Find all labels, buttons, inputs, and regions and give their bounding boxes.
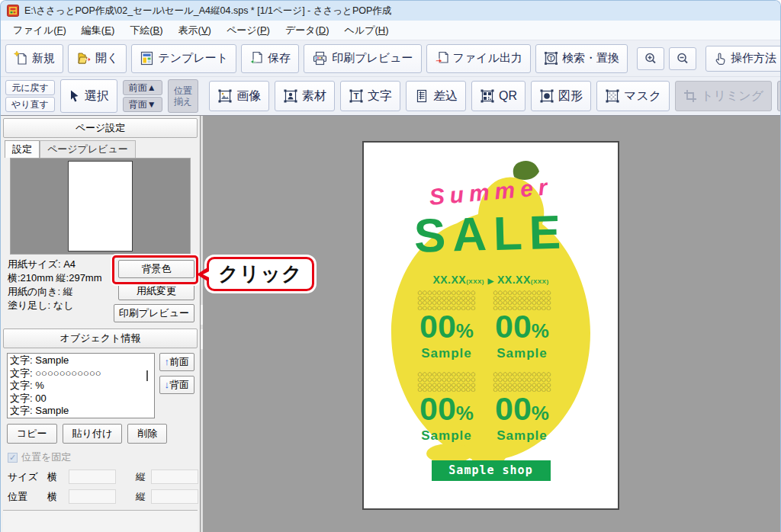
file-output-button[interactable]: ファイル出力 <box>426 44 531 73</box>
help-button[interactable]: 操作方法 <box>705 46 781 72</box>
titlebar: E:\ささっとPOP作成\02_セール\セール_A4縦04.sps * [1/1… <box>1 1 780 21</box>
merge-icon <box>414 88 429 104</box>
offer-block[interactable]: ○○○○○○○○○○○○ ○○○○○○○○○○○○ ○○○○○○○○○○○○ ○… <box>410 372 484 443</box>
cursor-icon <box>69 89 81 103</box>
new-document-icon <box>14 51 28 66</box>
object-back-label: 背面 <box>169 379 189 390</box>
text-tool-button[interactable]: T 文字 <box>340 81 400 111</box>
panel-splitter[interactable] <box>201 116 203 532</box>
object-list-item[interactable]: 文字: ○○○○○○○○○○○ <box>10 367 153 380</box>
object-list-item[interactable]: 文字: Sample <box>10 405 153 418</box>
menu-help[interactable]: ヘルプ(H) <box>337 21 397 40</box>
object-list-item[interactable]: 文字: Sample <box>10 354 153 367</box>
menu-data[interactable]: データ(D) <box>278 21 337 40</box>
new-button[interactable]: 新規 <box>5 44 63 73</box>
object-info-header: オブジェクト情報 <box>3 328 198 348</box>
position-x-label: 横 <box>47 490 69 504</box>
object-list[interactable]: 文字: Sample 文字: ○○○○○○○○○○○ 文字: % 文字: 00 … <box>7 353 155 418</box>
offer-block[interactable]: ○○○○○○○○○○○○ ○○○○○○○○○○○○ ○○○○○○○○○○○○ ○… <box>485 372 559 443</box>
poster-date-text[interactable]: XX.XX(XXX) ▶ XX.XX(XXX) <box>364 274 618 286</box>
fix-position-checkbox[interactable]: ✓ <box>8 453 18 463</box>
panel-spacer <box>3 510 198 532</box>
help-label: 操作方法 <box>731 51 776 66</box>
size-label: サイズ <box>8 470 47 484</box>
pointing-hand-icon <box>714 52 727 66</box>
menu-draft[interactable]: 下絵(B) <box>122 21 170 40</box>
position-label: 位置 <box>8 490 47 504</box>
align-button[interactable]: 位置揃え <box>168 79 198 113</box>
material-label: 素材 <box>302 88 326 104</box>
open-button[interactable]: 開く <box>68 44 127 73</box>
paper-bleed: 塗り足し: なし <box>8 299 114 312</box>
redo-button[interactable]: やり直す <box>5 97 55 112</box>
trimming-label: トリミング <box>701 88 763 104</box>
align-label: 位置揃え <box>174 85 192 107</box>
zoom-out-button[interactable] <box>669 47 696 70</box>
background-color-button[interactable]: 背景色 <box>118 260 194 278</box>
rotate-tool-button[interactable]: 回転 <box>777 81 781 111</box>
shop-banner[interactable]: Sample shop <box>432 460 551 481</box>
position-y-label: 縦 <box>136 490 151 504</box>
menu-view[interactable]: 表示(V) <box>171 21 219 40</box>
list-scrollbar[interactable] <box>146 370 148 381</box>
bring-front-button[interactable]: 前面▲ <box>123 80 162 95</box>
poster-sale-text[interactable]: SALE <box>363 204 619 264</box>
undo-button[interactable]: 元に戻す <box>5 80 55 95</box>
main-toolbar: 新規 開く テンプレート <box>1 40 780 77</box>
template-button[interactable]: テンプレート <box>131 44 236 73</box>
qr-label: QR <box>499 89 517 103</box>
menu-file[interactable]: ファイル(F) <box>5 21 74 40</box>
object-back-button[interactable]: ↓背面 <box>159 376 195 394</box>
object-front-label: 前面 <box>169 356 189 367</box>
position-y-input[interactable] <box>151 489 198 504</box>
object-front-button[interactable]: ↑前面 <box>159 353 195 371</box>
qr-tool-button[interactable]: QR <box>471 81 525 111</box>
zoom-in-button[interactable] <box>637 47 664 70</box>
image-tool-button[interactable]: 画像 <box>209 81 269 111</box>
undo-label: 元に戻す <box>11 82 49 95</box>
position-row: 位置 横 縦 <box>3 484 198 504</box>
save-button[interactable]: 保存 <box>241 44 299 73</box>
size-width-input[interactable] <box>69 470 116 484</box>
tab-settings[interactable]: 設定 <box>5 140 40 158</box>
document-canvas[interactable]: Summer SALE XX.XX(XXX) ▶ XX.XX(XXX) ○○○○… <box>201 116 780 532</box>
poster-page[interactable]: Summer SALE XX.XX(XXX) ▶ XX.XX(XXX) ○○○○… <box>362 141 619 510</box>
merge-tool-button[interactable]: 差込 <box>406 81 466 111</box>
send-back-button[interactable]: 背面▼ <box>123 97 162 112</box>
tab-page-preview[interactable]: ページプレビュー <box>40 140 136 158</box>
panel-tabs: 設定 ページプレビュー <box>5 142 198 158</box>
offer-block[interactable]: ○○○○○○○○○○○○ ○○○○○○○○○○○○ ○○○○○○○○○○○○ ○… <box>410 290 484 361</box>
print-preview-panel-button[interactable]: 印刷プレビュー <box>114 304 194 322</box>
paste-button[interactable]: 貼り付け <box>63 424 123 444</box>
menu-edit[interactable]: 編集(E) <box>74 21 122 40</box>
text-label: 文字 <box>368 88 392 104</box>
print-preview-label: 印刷プレビュー <box>332 51 413 66</box>
trimming-tool-button: トリミング <box>675 81 772 111</box>
object-list-item[interactable]: 文字: % <box>10 380 153 393</box>
delete-button[interactable]: 削除 <box>127 424 167 444</box>
select-tool-button[interactable]: 選択 <box>60 79 117 113</box>
position-x-input[interactable] <box>69 489 116 504</box>
shape-tool-button[interactable]: 図形 <box>531 81 591 111</box>
file-output-icon <box>435 51 449 66</box>
paper-dimensions: 横:210mm 縦:297mm <box>8 271 114 285</box>
size-row: サイズ 横 縦 <box>3 464 198 484</box>
size-height-label: 縦 <box>136 470 151 484</box>
offer-block[interactable]: ○○○○○○○○○○○○ ○○○○○○○○○○○○ ○○○○○○○○○○○○ ○… <box>485 290 559 361</box>
material-tool-button[interactable]: 素材 <box>275 81 335 111</box>
copy-button[interactable]: コピー <box>7 424 57 444</box>
page-settings-panel: ページ設定 設定 ページプレビュー 用紙サイズ: A4 横:210mm 縦:29… <box>1 116 201 532</box>
change-paper-button[interactable]: 用紙変更 <box>118 282 194 300</box>
size-height-input[interactable] <box>151 470 198 484</box>
print-preview-button[interactable]: 印刷プレビュー <box>304 44 421 73</box>
fix-position-label: 位置を固定 <box>21 450 71 464</box>
redo-label: やり直す <box>11 98 49 111</box>
template-label: テンプレート <box>158 51 228 66</box>
object-list-item[interactable]: 文字: 00 <box>10 393 153 405</box>
search-replace-button[interactable]: T 検索・置換 <box>535 44 628 73</box>
mask-tool-button[interactable]: マスク <box>596 81 670 111</box>
merge-label: 差込 <box>433 88 458 104</box>
size-width-label: 横 <box>47 470 69 484</box>
back-label: 背面▼ <box>129 98 156 111</box>
menu-page[interactable]: ページ(P) <box>219 21 278 40</box>
